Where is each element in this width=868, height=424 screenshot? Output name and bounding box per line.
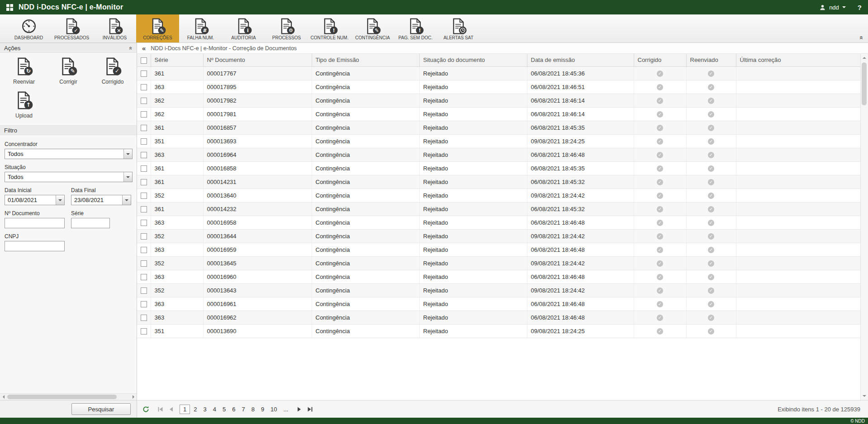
row-checkbox[interactable] bbox=[141, 206, 147, 212]
toolbar-item-processos[interactable]: ⚙PROCESSOS bbox=[265, 14, 308, 42]
toolbar-item-corre-es[interactable]: ✎CORREÇÕES bbox=[136, 14, 179, 42]
first-page-button[interactable] bbox=[156, 407, 165, 412]
toolbar-item-conting-ncia[interactable]: ✎CONTINGÊNCIA bbox=[351, 14, 394, 42]
toolbar-item-falha-num[interactable]: #FALHA NUM. bbox=[179, 14, 222, 42]
row-checkbox[interactable] bbox=[141, 98, 147, 104]
row-checkbox[interactable] bbox=[141, 152, 147, 158]
column-header-ltima-corre-o[interactable]: Última correção bbox=[736, 54, 860, 66]
table-row[interactable]: 362000017981ContingênciaRejeitado06/08/2… bbox=[137, 107, 860, 121]
row-checkbox[interactable] bbox=[141, 165, 147, 172]
row-checkbox[interactable] bbox=[141, 247, 147, 253]
sidebar-horizontal-scrollbar[interactable] bbox=[0, 393, 137, 400]
row-checkbox[interactable] bbox=[141, 260, 147, 267]
search-button[interactable]: Pesquisar bbox=[71, 403, 131, 415]
table-row[interactable]: 363000016961ContingênciaRejeitado06/08/2… bbox=[137, 297, 860, 311]
table-row[interactable]: 361000017767ContingênciaRejeitado06/08/2… bbox=[137, 66, 860, 80]
table-row[interactable]: 352000013640ContingênciaRejeitado09/08/2… bbox=[137, 188, 860, 202]
table-row[interactable]: 361000016857ContingênciaRejeitado06/08/2… bbox=[137, 121, 860, 134]
row-checkbox[interactable] bbox=[141, 179, 147, 185]
row-checkbox[interactable] bbox=[141, 111, 147, 118]
column-header-data-de-emiss-o[interactable]: Data de emissão bbox=[527, 54, 634, 66]
row-checkbox[interactable] bbox=[141, 193, 147, 199]
scrollbar-thumb[interactable] bbox=[862, 62, 867, 105]
table-row[interactable]: 363000016964ContingênciaRejeitado06/08/2… bbox=[137, 148, 860, 161]
table-row[interactable]: 363000016958ContingênciaRejeitado06/08/2… bbox=[137, 216, 860, 229]
toolbar-item-dashboard[interactable]: DASHBOARD bbox=[7, 14, 50, 42]
page-button-1[interactable]: 1 bbox=[180, 405, 190, 414]
action-upload[interactable]: ↑Upload bbox=[2, 91, 46, 119]
page-button-2[interactable]: 2 bbox=[191, 405, 199, 414]
toolbar-item-alertas-sat[interactable]: ALERTAS SAT bbox=[437, 14, 480, 42]
row-checkbox[interactable] bbox=[141, 84, 147, 90]
table-row[interactable]: 352000013644ContingênciaRejeitado09/08/2… bbox=[137, 229, 860, 243]
table-row[interactable]: 363000016959ContingênciaRejeitado06/08/2… bbox=[137, 243, 860, 256]
page-button-4[interactable]: 4 bbox=[210, 405, 219, 414]
data-final-picker[interactable]: 23/08/2021 bbox=[71, 195, 131, 205]
column-header-reenviado[interactable]: Reenviado bbox=[686, 54, 736, 66]
table-row[interactable]: 362000017982ContingênciaRejeitado06/08/2… bbox=[137, 94, 860, 107]
table-row[interactable]: 361000014231ContingênciaRejeitado06/08/2… bbox=[137, 175, 860, 188]
page-button-[interactable]: ... bbox=[281, 405, 291, 414]
toolbar-item-pag-sem-doc[interactable]: !PAG. SEM DOC. bbox=[394, 14, 437, 42]
serie-input[interactable] bbox=[71, 218, 110, 228]
table-row[interactable]: 361000016858ContingênciaRejeitado06/08/2… bbox=[137, 161, 860, 175]
last-page-button[interactable] bbox=[306, 407, 314, 412]
row-checkbox[interactable] bbox=[141, 274, 147, 280]
toolbar-item-controle-num[interactable]: !CONTROLE NUM. bbox=[308, 14, 351, 42]
row-checkbox[interactable] bbox=[141, 301, 147, 307]
action-corrigido[interactable]: ✓Corrigido bbox=[90, 57, 135, 85]
table-row[interactable]: 363000017895ContingênciaRejeitado06/08/2… bbox=[137, 80, 860, 94]
toolbar-item-inv-lidos[interactable]: ×INVÁLIDOS bbox=[93, 14, 136, 42]
user-menu[interactable]: ndd bbox=[819, 4, 846, 11]
scroll-down-arrow-icon[interactable] bbox=[861, 392, 868, 400]
scroll-left-arrow-icon[interactable] bbox=[0, 394, 7, 400]
table-row[interactable]: 363000016962ContingênciaRejeitado06/08/2… bbox=[137, 311, 860, 324]
page-button-10[interactable]: 10 bbox=[268, 405, 280, 414]
scroll-up-arrow-icon[interactable] bbox=[861, 54, 868, 61]
page-button-3[interactable]: 3 bbox=[200, 405, 209, 414]
concentrador-select[interactable]: Todos bbox=[5, 149, 133, 159]
situacao-select[interactable]: Todos bbox=[5, 172, 133, 182]
refresh-button[interactable] bbox=[142, 406, 149, 413]
vertical-scrollbar[interactable] bbox=[860, 54, 868, 400]
column-header-situa-o-do-documento[interactable]: Situação do documento bbox=[419, 54, 527, 66]
actions-collapse-button[interactable] bbox=[129, 45, 133, 52]
page-button-8[interactable]: 8 bbox=[249, 405, 257, 414]
cnpj-input[interactable] bbox=[5, 241, 65, 251]
select-all-checkbox[interactable] bbox=[141, 57, 147, 64]
table-row[interactable]: 351000013693ContingênciaRejeitado09/08/2… bbox=[137, 134, 860, 148]
row-checkbox[interactable] bbox=[141, 125, 147, 131]
row-checkbox[interactable] bbox=[141, 71, 147, 77]
app-grid-icon[interactable] bbox=[6, 4, 13, 11]
row-checkbox[interactable] bbox=[141, 287, 147, 294]
help-button[interactable]: ? bbox=[858, 4, 862, 11]
table-row[interactable]: 351000013690ContingênciaRejeitado09/08/2… bbox=[137, 324, 860, 338]
page-button-9[interactable]: 9 bbox=[258, 405, 267, 414]
scroll-right-arrow-icon[interactable] bbox=[130, 394, 137, 400]
action-reenviar[interactable]: ↻Reenviar bbox=[2, 57, 46, 85]
prev-page-button[interactable] bbox=[167, 407, 175, 412]
column-header-corrigido[interactable]: Corrigido bbox=[634, 54, 686, 66]
scrollbar-thumb[interactable] bbox=[7, 395, 117, 399]
table-row[interactable]: 352000013643ContingênciaRejeitado09/08/2… bbox=[137, 283, 860, 297]
column-header-n-documento[interactable]: Nº Documento bbox=[203, 54, 312, 66]
action-corrigir[interactable]: ✎Corrigir bbox=[46, 57, 90, 85]
toolbar-item-processados[interactable]: ✓PROCESSADOS bbox=[50, 14, 93, 42]
page-button-5[interactable]: 5 bbox=[220, 405, 228, 414]
next-page-button[interactable] bbox=[295, 407, 304, 412]
row-checkbox[interactable] bbox=[141, 315, 147, 321]
column-header-tipo-de-emiss-o[interactable]: Tipo de Emissão bbox=[312, 54, 419, 66]
page-button-6[interactable]: 6 bbox=[229, 405, 238, 414]
table-row[interactable]: 352000013645ContingênciaRejeitado09/08/2… bbox=[137, 256, 860, 270]
row-checkbox[interactable] bbox=[141, 233, 147, 240]
column-header-s-rie[interactable]: Série bbox=[151, 54, 203, 66]
table-row[interactable]: 363000016960ContingênciaRejeitado06/08/2… bbox=[137, 270, 860, 283]
toolbar-item-auditoria[interactable]: iAUDITORIA bbox=[222, 14, 265, 42]
toolbar-collapse-button[interactable] bbox=[860, 34, 863, 42]
data-inicial-picker[interactable]: 01/08/2021 bbox=[5, 195, 65, 205]
page-button-7[interactable]: 7 bbox=[239, 405, 247, 414]
table-row[interactable]: 361000014232ContingênciaRejeitado06/08/2… bbox=[137, 202, 860, 216]
row-checkbox[interactable] bbox=[141, 220, 147, 226]
sidebar-collapse-button[interactable] bbox=[142, 44, 146, 52]
row-checkbox[interactable] bbox=[141, 138, 147, 145]
